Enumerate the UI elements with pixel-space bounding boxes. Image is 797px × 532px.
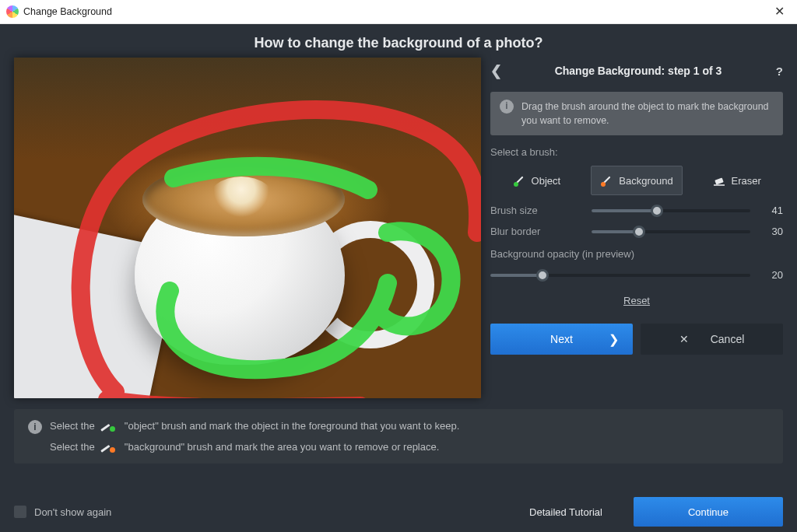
brush-section-label: Select a brush: <box>490 146 783 158</box>
object-brush-icon <box>513 174 525 187</box>
brush-eraser[interactable]: Eraser <box>690 166 783 195</box>
dont-show-label: Don't show again <box>34 506 111 518</box>
panel-title: Change Background: step 1 of 3 <box>511 65 766 77</box>
page-title: How to change the background of a photo? <box>0 24 797 58</box>
window-title: Change Background <box>23 6 112 17</box>
brush-object[interactable]: Object <box>490 166 583 195</box>
back-button[interactable]: ❮ <box>490 62 511 79</box>
background-brush-icon <box>600 174 613 187</box>
brush-background[interactable]: Background <box>591 166 683 195</box>
app-logo-icon <box>6 5 19 18</box>
slider-brush-size[interactable]: Brush size 41 <box>490 205 783 216</box>
cancel-button[interactable]: ✕ Cancel <box>641 324 783 355</box>
bg-opacity-label: Background opacity (in preview) <box>490 248 783 260</box>
reset-link[interactable]: Reset <box>490 295 783 306</box>
hint-box: i Drag the brush around the object to ma… <box>490 92 783 135</box>
dont-show-checkbox[interactable] <box>14 506 26 518</box>
detailed-tutorial-button[interactable]: Detailed Tutorial <box>509 497 623 527</box>
instruction-line-1: Select the "object" brush and mark the o… <box>50 420 459 432</box>
photo-preview[interactable] <box>14 58 481 398</box>
svg-point-1 <box>514 182 518 187</box>
svg-point-3 <box>601 182 606 187</box>
background-brush-icon <box>101 442 118 453</box>
info-icon: i <box>500 100 514 114</box>
bottom-bar: Don't show again Detailed Tutorial Conti… <box>0 491 797 532</box>
svg-rect-4 <box>714 178 723 185</box>
window-close-button[interactable]: ✕ <box>768 2 791 21</box>
instruction-line-2: Select the "background" brush and mark t… <box>50 441 459 453</box>
object-brush-icon <box>101 421 118 432</box>
slider-blur-border[interactable]: Blur border 30 <box>490 226 783 237</box>
instruction-box: i Select the "object" brush and mark the… <box>14 409 783 464</box>
continue-button[interactable]: Continue <box>634 497 783 527</box>
window-titlebar: Change Background ✕ <box>0 0 797 24</box>
help-button[interactable]: ? <box>766 65 783 78</box>
next-button[interactable]: Next ❯ <box>490 324 633 355</box>
photo-coffee-cup <box>135 163 368 365</box>
hint-text: Drag the brush around the object to mark… <box>521 100 774 128</box>
eraser-icon <box>713 174 725 187</box>
close-icon: ✕ <box>679 333 689 345</box>
chevron-right-icon: ❯ <box>609 332 619 347</box>
slider-bg-opacity[interactable]: 20 <box>490 269 783 281</box>
info-icon: i <box>28 420 42 434</box>
